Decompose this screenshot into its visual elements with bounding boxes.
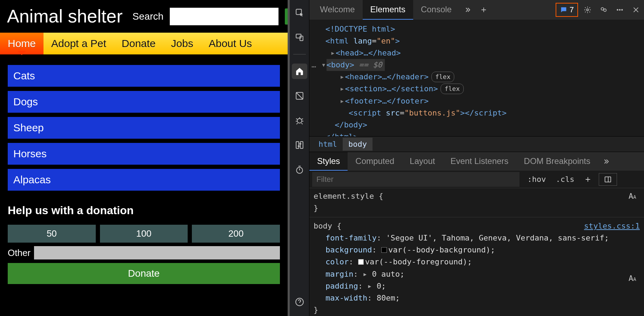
animal-alpacas[interactable]: Alpacas [8, 169, 280, 191]
donate-amount-row: 50 100 200 [8, 225, 280, 243]
animal-list: Cats Dogs Sheep Horses Alpacas [8, 65, 280, 191]
search-label: Search [132, 11, 163, 22]
expand-icon[interactable]: ▸ [339, 71, 345, 83]
expand-icon[interactable]: ▸ [339, 95, 345, 107]
svg-point-7 [296, 167, 302, 173]
dom-section[interactable]: <section>…</section> [345, 84, 438, 93]
filter-row: :hov .cls [309, 171, 644, 188]
tab-elements[interactable]: Elements [363, 0, 413, 20]
new-rule-icon[interactable] [579, 171, 597, 188]
tab-console[interactable]: Console [413, 0, 459, 20]
dom-body-close[interactable]: </body> [335, 120, 367, 129]
more-tabs-icon[interactable] [459, 0, 476, 20]
dom-html-open[interactable]: <html [326, 37, 353, 45]
donate-50[interactable]: 50 [8, 225, 96, 243]
svg-point-9 [586, 9, 589, 11]
image-off-icon[interactable] [292, 88, 307, 104]
expand-icon[interactable]: ▸ [367, 282, 377, 290]
issues-badge[interactable]: 7 [556, 3, 578, 17]
nav-about[interactable]: About Us [201, 33, 260, 54]
source-link[interactable]: styles.css:1 [584, 220, 640, 232]
sub-dom-breakpoints[interactable]: DOM Breakpoints [516, 152, 598, 171]
font-size-icon[interactable]: AA [629, 190, 639, 201]
sub-styles[interactable]: Styles [309, 152, 348, 171]
prop-background[interactable]: background: var(--body-background); [314, 244, 640, 256]
dom-head[interactable]: <head>…</head> [336, 48, 401, 57]
rule-divider [309, 217, 644, 217]
dom-header[interactable]: <header>…</header> [345, 72, 428, 81]
expand-icon[interactable]: ▸ [363, 270, 372, 278]
donate-100[interactable]: 100 [100, 225, 188, 243]
dom-script[interactable]: <script [349, 108, 386, 117]
prop-color[interactable]: color: var(--body-foreground); [314, 256, 640, 268]
prop-padding[interactable]: padding: ▸ 0; [314, 280, 640, 292]
other-input[interactable] [34, 246, 280, 259]
dom-tree[interactable]: <!DOCTYPE html> <html lang="en"> ▸<head>… [309, 20, 644, 136]
flex-pill[interactable]: flex [431, 72, 454, 82]
prop-margin[interactable]: margin: ▸ 0 auto; [314, 268, 640, 280]
animal-cats[interactable]: Cats [8, 65, 280, 87]
dom-html-close[interactable]: </html> [326, 132, 358, 136]
more-subtabs-icon[interactable] [598, 152, 614, 171]
flex-pill[interactable]: flex [441, 84, 463, 94]
site-title: Animal shelter [7, 6, 122, 26]
bug-icon[interactable] [292, 113, 307, 128]
devtools: Welcome Elements Console 7 <!DOCTYPE htm… [288, 0, 644, 316]
gear-icon[interactable] [579, 0, 596, 20]
sub-layout[interactable]: Layout [402, 152, 443, 171]
dom-body[interactable]: <body> [327, 60, 354, 69]
font-size-icon[interactable]: AA [629, 272, 639, 283]
feedback-icon[interactable] [596, 0, 612, 20]
dom-footer[interactable]: <footer>…</footer> [345, 97, 428, 105]
swatch-icon[interactable] [358, 259, 364, 265]
devtools-tabs: Welcome Elements Console 7 [309, 0, 644, 20]
page-content: Cats Dogs Sheep Horses Alpacas Help us w… [0, 54, 288, 295]
filter-input[interactable] [312, 172, 519, 187]
home-icon[interactable] [292, 64, 307, 79]
dom-doctype[interactable]: <!DOCTYPE html> [326, 25, 395, 33]
collapse-icon[interactable]: ▾ [321, 59, 327, 71]
inspect-icon[interactable] [292, 5, 307, 20]
swatch-icon[interactable] [381, 247, 387, 253]
swap-icon[interactable] [292, 137, 307, 153]
nav-jobs[interactable]: Jobs [163, 33, 201, 54]
more-icon[interactable] [612, 0, 628, 20]
nav-donate[interactable]: Donate [114, 33, 163, 54]
svg-point-4 [297, 119, 302, 123]
sub-computed[interactable]: Computed [348, 152, 402, 171]
stopwatch-icon[interactable] [292, 162, 307, 177]
devtools-main: Welcome Elements Console 7 <!DOCTYPE htm… [309, 0, 644, 316]
donate-button[interactable]: Donate [8, 263, 280, 284]
crumb-body[interactable]: body [343, 138, 373, 151]
help-icon[interactable] [292, 294, 307, 310]
prop-max-width[interactable]: max-width: 80em; [314, 292, 640, 304]
styles-panel[interactable]: AA element.style { } body { styles.css:1… [309, 188, 644, 316]
sub-event-listeners[interactable]: Event Listeners [443, 152, 516, 171]
selector-body[interactable]: body { [314, 220, 341, 232]
element-style-rule[interactable]: element.style { [314, 190, 640, 202]
toggle-sidebar-icon[interactable] [599, 173, 617, 186]
expand-icon[interactable]: ▸ [330, 47, 336, 59]
page-header: Animal shelter Search go [0, 0, 288, 33]
nav-home[interactable]: Home [0, 33, 43, 54]
animal-dogs[interactable]: Dogs [8, 91, 280, 113]
breadcrumb: html body [309, 136, 644, 152]
hov-button[interactable]: :hov [522, 171, 551, 188]
search-input[interactable] [170, 8, 279, 25]
svg-rect-2 [300, 36, 303, 41]
svg-point-12 [617, 9, 618, 11]
cls-button[interactable]: .cls [551, 171, 579, 188]
animal-horses[interactable]: Horses [8, 143, 280, 165]
device-icon[interactable] [292, 29, 307, 45]
prop-font-family[interactable]: font-family: 'Segoe UI', Tahoma, Geneva,… [314, 232, 640, 244]
donate-200[interactable]: 200 [192, 225, 280, 243]
svg-point-10 [601, 8, 604, 10]
new-tab-icon[interactable] [476, 0, 492, 20]
svg-point-11 [604, 9, 606, 11]
animal-sheep[interactable]: Sheep [8, 117, 280, 139]
crumb-html[interactable]: html [313, 138, 343, 151]
close-icon[interactable] [628, 0, 644, 20]
nav-adopt[interactable]: Adopt a Pet [43, 33, 114, 54]
tab-welcome[interactable]: Welcome [312, 0, 363, 20]
expand-icon[interactable]: ▸ [339, 83, 345, 95]
